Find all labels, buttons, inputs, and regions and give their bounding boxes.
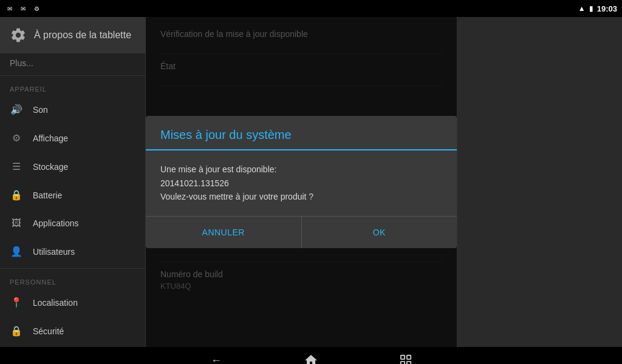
recent-icon — [399, 354, 412, 364]
sidebar-item-localisation-label: Localisation — [33, 298, 78, 308]
right-panel — [457, 17, 622, 347]
sidebar-item-batterie-label: Batterie — [33, 190, 62, 200]
sidebar-item-securite[interactable]: 🔒 Sécurité — [0, 317, 145, 345]
sidebar-item-son[interactable]: 🔊 Son — [0, 95, 145, 124]
batterie-icon: 🔒 — [10, 189, 23, 201]
recent-button[interactable] — [395, 349, 417, 364]
utilisateurs-icon: 👤 — [10, 246, 23, 257]
sidebar-item-localisation[interactable]: 📍 Localisation — [0, 288, 145, 317]
sidebar-item-utilisateurs-label: Utilisateurs — [33, 247, 75, 257]
dialog-message-line1: Une mise à jour est disponible: — [160, 163, 442, 176]
dialog-overlay: Mises à jour du système Une mise à jour … — [146, 17, 457, 347]
home-button[interactable] — [300, 349, 322, 364]
notification-icon-1: ✉ — [5, 5, 15, 12]
sidebar-divider-mid — [0, 268, 145, 269]
nav-bar: ← — [0, 347, 622, 364]
svg-rect-2 — [401, 362, 405, 364]
svg-rect-3 — [407, 362, 411, 364]
sidebar-item-batterie[interactable]: 🔒 Batterie — [0, 181, 145, 209]
dialog-header: Mises à jour du système — [146, 116, 457, 150]
wifi-icon: ▲ — [578, 4, 586, 13]
cancel-button[interactable]: Annuler — [146, 217, 301, 248]
content-area: Vérification de la mise à jour disponibl… — [146, 17, 457, 347]
header-title: À propos de la tablette — [34, 30, 131, 41]
sidebar-item-utilisateurs[interactable]: 👤 Utilisateurs — [0, 237, 145, 266]
dialog-body: Une mise à jour est disponible: 20141021… — [146, 150, 457, 216]
son-icon: 🔊 — [10, 104, 23, 115]
clock: 19:03 — [597, 4, 617, 13]
dialog-actions: Annuler OK — [146, 217, 457, 248]
section-appareil-label: APPAREIL — [0, 78, 145, 95]
system-update-dialog: Mises à jour du système Une mise à jour … — [146, 116, 457, 248]
status-bar: ✉ ✉ ⚙ ▲ ▮ 19:03 — [0, 0, 622, 17]
sidebar-item-son-label: Son — [33, 105, 48, 115]
more-link[interactable]: Plus... — [0, 53, 145, 73]
settings-header: À propos de la tablette — [0, 17, 145, 53]
svg-rect-0 — [401, 356, 405, 359]
sidebar: À propos de la tablette Plus... APPAREIL… — [0, 17, 146, 347]
sidebar-item-affichage-label: Affichage — [33, 133, 68, 143]
main-container: À propos de la tablette Plus... APPAREIL… — [0, 17, 622, 347]
dialog-message-line2: 20141021.131526 — [160, 177, 442, 190]
affichage-icon: ⚙ — [10, 132, 23, 144]
ok-button[interactable]: OK — [302, 217, 457, 248]
sidebar-item-applications-label: Applications — [33, 218, 79, 228]
notification-icon-3: ⚙ — [32, 5, 41, 12]
section-personnel-label: PERSONNEL — [0, 271, 145, 288]
sidebar-divider-top — [0, 75, 145, 76]
back-button[interactable]: ← — [205, 349, 227, 364]
sidebar-item-stockage[interactable]: ☰ Stockage — [0, 152, 145, 181]
applications-icon: 🖼 — [10, 218, 23, 229]
sidebar-item-securite-label: Sécurité — [33, 326, 64, 336]
sidebar-item-applications[interactable]: 🖼 Applications — [0, 209, 145, 237]
status-icons-right: ▲ ▮ 19:03 — [578, 4, 617, 13]
dialog-message-line3: Voulez-vous mettre à jour votre produit … — [160, 190, 442, 203]
sidebar-item-affichage[interactable]: ⚙ Affichage — [0, 124, 145, 152]
svg-rect-1 — [407, 356, 411, 359]
stockage-icon: ☰ — [10, 161, 23, 172]
status-icons-left: ✉ ✉ ⚙ — [5, 5, 41, 12]
battery-icon: ▮ — [589, 4, 593, 13]
sidebar-item-stockage-label: Stockage — [33, 162, 68, 172]
localisation-icon: 📍 — [10, 297, 23, 308]
securite-icon: 🔒 — [10, 325, 23, 337]
dialog-title: Mises à jour du système — [160, 128, 292, 141]
settings-icon — [10, 27, 27, 44]
notification-icon-2: ✉ — [18, 5, 28, 12]
home-icon — [304, 353, 318, 364]
